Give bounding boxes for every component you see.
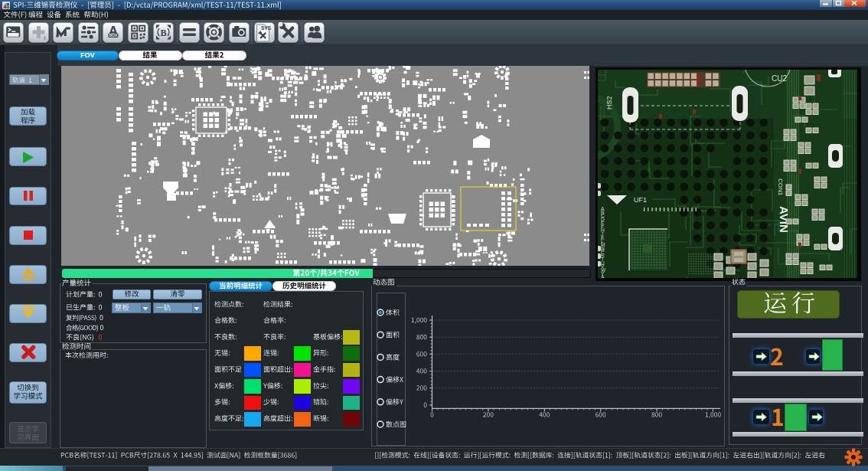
svg-text:CON1: CON1 bbox=[777, 178, 784, 196]
svg-text:CU2: CU2 bbox=[772, 74, 787, 83]
svg-text:HS2: HS2 bbox=[605, 96, 613, 110]
svg-text:UF1: UF1 bbox=[634, 196, 647, 204]
svg-text:A: A bbox=[601, 274, 605, 278]
